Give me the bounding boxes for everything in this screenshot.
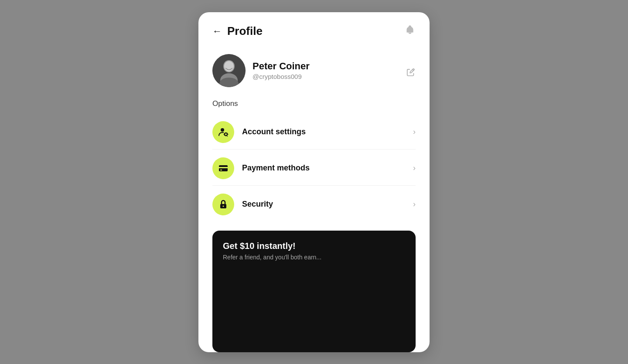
- svg-rect-8: [219, 167, 228, 168]
- svg-rect-9: [220, 170, 222, 170]
- header-left: ← Profile: [212, 24, 263, 38]
- menu-item-security[interactable]: Security ›: [212, 187, 416, 222]
- account-settings-label: Account settings: [242, 127, 413, 136]
- profile-info: Peter Coiner @cryptoboss009: [253, 61, 416, 80]
- options-label: Options: [198, 99, 430, 115]
- svg-point-11: [223, 205, 224, 207]
- profile-name: Peter Coiner: [253, 61, 416, 72]
- profile-section: Peter Coiner @cryptoboss009: [198, 47, 430, 99]
- edit-profile-button[interactable]: [406, 67, 416, 79]
- promo-title: Get $10 instantly!: [223, 241, 405, 251]
- back-button[interactable]: ←: [212, 26, 222, 37]
- header: ← Profile: [198, 12, 430, 47]
- profile-username: @cryptoboss009: [253, 73, 416, 80]
- security-chevron-icon: ›: [413, 200, 416, 209]
- page-title: Profile: [227, 24, 263, 38]
- promo-banner[interactable]: Get $10 instantly! Refer a friend, and y…: [212, 231, 416, 352]
- promo-subtitle: Refer a friend, and you'll both earn...: [223, 254, 405, 261]
- menu-item-account-settings[interactable]: Account settings ›: [212, 115, 416, 150]
- security-label: Security: [242, 200, 413, 209]
- menu-list: Account settings › Payment methods ›: [198, 115, 430, 222]
- notification-bell-icon[interactable]: [404, 24, 416, 38]
- payment-methods-label: Payment methods: [242, 163, 413, 173]
- security-icon-circle: [212, 194, 234, 215]
- phone-card: ← Profile Peter Coine: [198, 12, 430, 352]
- payment-methods-icon-circle: [212, 157, 234, 179]
- avatar: [212, 54, 246, 87]
- account-settings-chevron-icon: ›: [413, 127, 416, 136]
- payment-methods-chevron-icon: ›: [413, 163, 416, 173]
- svg-point-5: [221, 128, 224, 132]
- account-settings-icon-circle: [212, 121, 234, 143]
- menu-item-payment-methods[interactable]: Payment methods ›: [212, 151, 416, 186]
